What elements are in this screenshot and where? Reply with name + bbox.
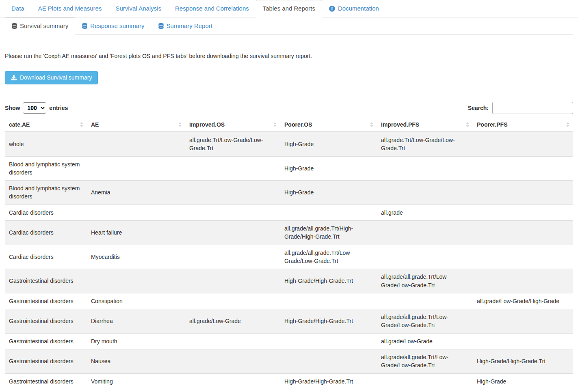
- info-circle-icon: [329, 6, 335, 12]
- table-cell: [185, 221, 280, 245]
- entries-label: entries: [49, 105, 68, 111]
- column-header-poorer-pfs[interactable]: Poorer.PFS: [473, 118, 573, 132]
- table-cell: Dry mouth: [87, 333, 185, 349]
- subtab-label: Response summary: [90, 22, 144, 30]
- tab-label: AE Plots and Measures: [38, 5, 102, 13]
- subtab-summary-report[interactable]: Summary Report: [152, 17, 219, 35]
- sort-icon: [466, 122, 469, 127]
- tab-ae-plots-and-measures[interactable]: AE Plots and Measures: [31, 0, 109, 17]
- column-header-cate-ae[interactable]: cate.AE: [5, 118, 87, 132]
- table-cell: Constipation: [87, 293, 185, 309]
- table-row: wholeall.grade.Trt/Low-Grade/Low-Grade.T…: [5, 132, 573, 156]
- table-cell: Gastrointestinal disorders: [5, 349, 87, 374]
- tab-label: Response and Correlations: [175, 5, 249, 13]
- column-header-label: Improved.PFS: [381, 121, 419, 128]
- instruction-text: Please run the 'Coxph AE measures' and '…: [5, 53, 573, 59]
- table-cell: [185, 269, 280, 293]
- report-subnav: Survival summary Response summary Summar…: [5, 17, 573, 35]
- tab-label: Survival Analysis: [115, 5, 161, 13]
- table-cell: all.grade.Trt/Low-Grade/Low-Grade.Trt: [185, 132, 280, 156]
- table-cell: Cardiac disorders: [5, 205, 87, 220]
- table-cell: [87, 156, 185, 181]
- survival-summary-table: cate.AE AE Improved.OS Poorer.OS Improve…: [5, 118, 573, 389]
- table-cell: [185, 181, 280, 205]
- subtab-survival-summary[interactable]: Survival summary: [5, 17, 75, 35]
- page-length-select[interactable]: 100: [23, 102, 46, 114]
- table-cell: [280, 205, 377, 220]
- datatable-controls: Show 100 entries Search:: [5, 102, 573, 114]
- table-cell: [280, 349, 377, 374]
- table-cell: [87, 205, 185, 220]
- table-row: Gastrointestinal disordersHigh-Grade/Hig…: [5, 269, 573, 293]
- column-header-improved-os[interactable]: Improved.OS: [185, 118, 280, 132]
- table-row: Cardiac disordersall.grade: [5, 205, 573, 220]
- table-cell: [185, 245, 280, 269]
- column-header-label: Improved.OS: [189, 121, 225, 128]
- table-cell: [377, 156, 473, 181]
- table-cell: [185, 156, 280, 181]
- table-row: Cardiac disordersHeart failureall.grade/…: [5, 221, 573, 245]
- table-cell: [473, 205, 573, 220]
- table-cell: [377, 245, 473, 269]
- table-cell: [377, 293, 473, 309]
- table-cell: all.grade/Low-Grade: [185, 309, 280, 334]
- tab-response-and-correlations[interactable]: Response and Correlations: [168, 0, 256, 17]
- table-cell: [473, 269, 573, 293]
- table-cell: High-Grade: [280, 132, 377, 156]
- table-body: wholeall.grade.Trt/Low-Grade/Low-Grade.T…: [5, 132, 573, 389]
- column-header-ae[interactable]: AE: [87, 118, 185, 132]
- table-cell: High-Grade/High-Grade.Trt: [280, 373, 377, 389]
- tab-survival-analysis[interactable]: Survival Analysis: [108, 0, 168, 17]
- table-row: Gastrointestinal disordersVomitingHigh-G…: [5, 373, 573, 389]
- table-cell: High-Grade: [473, 373, 573, 389]
- table-cell: Heart failure: [87, 221, 185, 245]
- tab-data[interactable]: Data: [4, 0, 31, 17]
- subtab-label: Summary Report: [167, 22, 212, 30]
- table-cell: [473, 132, 573, 156]
- column-header-poorer-os[interactable]: Poorer.OS: [280, 118, 377, 132]
- download-survival-summary-button[interactable]: Download Survival summary: [5, 71, 98, 85]
- tab-tables-and-reports[interactable]: Tables and Reports: [256, 0, 322, 17]
- table-row: Gastrointestinal disordersDiarrheaall.gr…: [5, 309, 573, 334]
- table-cell: [280, 293, 377, 309]
- table-cell: Myocarditis: [87, 245, 185, 269]
- table-cell: Nausea: [87, 349, 185, 374]
- sort-icon: [370, 122, 373, 127]
- subtab-label: Survival summary: [20, 22, 68, 30]
- table-cell: all.grade/all.grade.Trt/Low-Grade/Low-Gr…: [377, 349, 473, 374]
- table-cell: Anemia: [87, 181, 185, 205]
- table-cell: [185, 349, 280, 374]
- table-cell: [280, 333, 377, 349]
- column-header-label: AE: [91, 121, 99, 128]
- table-cell: Vomiting: [87, 373, 185, 389]
- table-cell: High-Grade: [280, 181, 377, 205]
- table-cell: all.grade: [377, 205, 473, 220]
- table-cell: Diarrhea: [87, 309, 185, 334]
- table-cell: [185, 205, 280, 220]
- table-cell: all.grade/all.grade.Trt/Low-Grade/Low-Gr…: [377, 269, 473, 293]
- table-cell: [473, 333, 573, 349]
- subtab-response-summary[interactable]: Response summary: [75, 17, 151, 35]
- table-row: Blood and lymphatic system disordersAnem…: [5, 181, 573, 205]
- column-header-improved-pfs[interactable]: Improved.PFS: [377, 118, 473, 132]
- table-cell: whole: [5, 132, 87, 156]
- main-nav: Data AE Plots and Measures Survival Anal…: [0, 0, 578, 17]
- table-cell: all.grade/all.grade.Trt/Low-Grade/Low-Gr…: [377, 309, 473, 334]
- table-cell: Gastrointestinal disorders: [5, 269, 87, 293]
- table-cell: [473, 309, 573, 334]
- table-cell: [473, 245, 573, 269]
- table-cell: all.grade/Low-Grade: [377, 333, 473, 349]
- tab-documentation[interactable]: Documentation: [322, 0, 386, 17]
- table-cell: Blood and lymphatic system disorders: [5, 181, 87, 205]
- sort-icon: [80, 122, 83, 127]
- search-label: Search:: [468, 105, 489, 111]
- table-cell: [185, 333, 280, 349]
- sort-icon: [178, 122, 182, 127]
- table-cell: all.grade/all.grade.Trt/Low-Grade/Low-Gr…: [280, 245, 377, 269]
- table-cell: High-Grade: [280, 156, 377, 181]
- table-header-row: cate.AE AE Improved.OS Poorer.OS Improve…: [5, 118, 573, 132]
- search-input[interactable]: [492, 102, 573, 114]
- table-cell: [87, 269, 185, 293]
- table-cell: [377, 181, 473, 205]
- sort-icon: [273, 122, 277, 127]
